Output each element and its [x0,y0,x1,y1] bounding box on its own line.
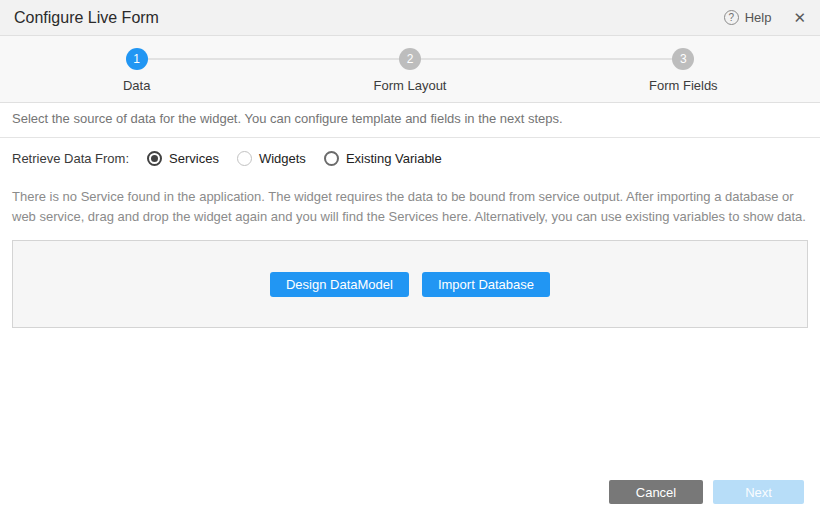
empty-state-panel: Design DataModel Import Database [12,240,808,328]
retrieve-data-label: Retrieve Data From: [12,151,129,166]
step-data[interactable]: 1 Data [0,36,273,102]
step-form-layout-circle: 2 [399,48,421,70]
step-form-layout-label: Form Layout [374,78,447,93]
radio-existing-variable-icon [324,151,339,166]
cancel-button[interactable]: Cancel [609,480,703,504]
dialog-title: Configure Live Form [14,9,159,27]
radio-services-icon [147,151,162,166]
dialog-footer: Cancel Next [609,480,804,504]
step-form-fields-circle: 3 [672,48,694,70]
dialog-titlebar: Configure Live Form ? Help ✕ [0,0,820,36]
help-button[interactable]: ? Help [724,10,772,25]
titlebar-actions: ? Help ✕ [724,10,806,25]
step-data-label: Data [123,78,150,93]
wizard-stepper: 1 Data 2 Form Layout 3 Form Fields [0,36,820,103]
configure-live-form-dialog: Configure Live Form ? Help ✕ 1 Data 2 Fo… [0,0,820,328]
close-icon[interactable]: ✕ [793,10,806,25]
retrieve-data-row: Retrieve Data From: Services Widgets Exi… [0,138,820,179]
help-label: Help [745,10,772,25]
radio-widgets-label: Widgets [259,151,306,166]
radio-option-services[interactable]: Services [147,151,219,166]
stepper-steps: 1 Data 2 Form Layout 3 Form Fields [0,36,820,102]
radio-option-widgets[interactable]: Widgets [237,151,306,166]
design-datamodel-button[interactable]: Design DataModel [270,272,409,297]
radio-option-existing-variable[interactable]: Existing Variable [324,151,442,166]
no-service-notice: There is no Service found in the applica… [0,179,820,227]
radio-widgets-icon [237,151,252,166]
radio-existing-variable-label: Existing Variable [346,151,442,166]
next-button[interactable]: Next [713,480,804,504]
intro-text: Select the source of data for the widget… [0,103,820,138]
step-data-circle: 1 [126,48,148,70]
help-icon: ? [724,10,739,25]
step-form-fields[interactable]: 3 Form Fields [547,36,820,102]
radio-services-label: Services [169,151,219,166]
step-form-fields-label: Form Fields [649,78,718,93]
import-database-button[interactable]: Import Database [422,272,550,297]
step-form-layout[interactable]: 2 Form Layout [273,36,546,102]
